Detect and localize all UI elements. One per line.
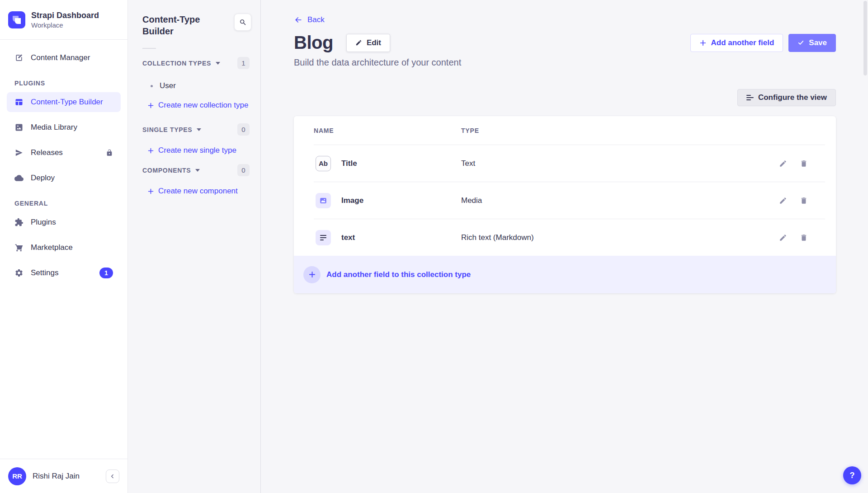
sidebar-item-deploy[interactable]: Deploy bbox=[7, 168, 121, 188]
table-row-title[interactable]: Ab Title Text bbox=[294, 145, 836, 182]
back-label: Back bbox=[307, 15, 325, 24]
collection-type-item-user[interactable]: User bbox=[128, 81, 260, 90]
trash-icon bbox=[800, 197, 808, 205]
sidebar-item-label: Plugins bbox=[31, 218, 56, 227]
richtext-field-icon bbox=[316, 230, 331, 245]
edit-button[interactable]: Edit bbox=[346, 34, 390, 52]
paper-plane-icon bbox=[14, 148, 24, 157]
configure-label: Configure the view bbox=[758, 93, 827, 102]
edit-field-button[interactable] bbox=[777, 195, 789, 207]
single-types-toggle[interactable]: SINGLE TYPES bbox=[142, 126, 201, 133]
feather-edit-icon bbox=[14, 53, 24, 62]
table-header: NAME TYPE bbox=[294, 116, 836, 145]
add-field-to-collection-button[interactable]: Add another field to this collection typ… bbox=[294, 256, 836, 293]
back-link[interactable]: Back bbox=[294, 15, 325, 24]
plus-icon bbox=[147, 188, 154, 195]
chevron-down-icon bbox=[197, 128, 201, 131]
components-count: 0 bbox=[237, 164, 250, 176]
user-avatar[interactable]: RR bbox=[8, 467, 26, 485]
add-another-field-button[interactable]: Add another field bbox=[690, 34, 783, 52]
plus-icon bbox=[147, 147, 154, 154]
collection-types-toggle[interactable]: COLLECTION TYPES bbox=[142, 60, 220, 67]
name-column-header: NAME bbox=[314, 127, 461, 134]
edit-field-button[interactable] bbox=[777, 232, 789, 244]
components-toggle[interactable]: COMPONENTS bbox=[142, 167, 200, 174]
sidebar-item-media-library[interactable]: Media Library bbox=[7, 117, 121, 137]
search-button[interactable] bbox=[234, 14, 251, 31]
sidebar-item-label: Media Library bbox=[31, 123, 77, 132]
sidebar-item-content-manager[interactable]: Content Manager bbox=[7, 48, 121, 68]
field-name: Image bbox=[341, 196, 363, 205]
chevron-down-icon bbox=[195, 169, 200, 172]
gear-icon bbox=[14, 268, 24, 277]
group-title-label: SINGLE TYPES bbox=[142, 126, 192, 133]
user-name: Rishi Raj Jain bbox=[33, 472, 99, 481]
chevron-left-icon bbox=[109, 473, 116, 479]
sidebar-nav: Content Manager PLUGINS Content-Type Bui… bbox=[0, 40, 127, 459]
fields-table: NAME TYPE Ab Title Text bbox=[294, 116, 836, 293]
edit-field-button[interactable] bbox=[777, 158, 789, 169]
plus-icon bbox=[147, 102, 154, 109]
page-title: Blog bbox=[294, 33, 333, 53]
pencil-icon bbox=[779, 234, 787, 242]
table-row-image[interactable]: Image Media bbox=[294, 182, 836, 219]
delete-field-button[interactable] bbox=[798, 158, 810, 169]
scrollbar-thumb[interactable] bbox=[863, 1, 867, 75]
pencil-icon bbox=[779, 197, 787, 205]
create-new-collection-type-link[interactable]: Create new collection type bbox=[128, 101, 260, 110]
plus-icon bbox=[699, 39, 707, 47]
add-field-footer-label: Add another field to this collection typ… bbox=[326, 270, 471, 279]
settings-notification-badge: 1 bbox=[99, 268, 113, 278]
group-title-label: COMPONENTS bbox=[142, 167, 191, 174]
collection-types-count: 1 bbox=[237, 57, 250, 69]
type-column-header: TYPE bbox=[461, 127, 479, 134]
subnav-divider bbox=[142, 48, 156, 49]
edit-label: Edit bbox=[367, 38, 381, 47]
section-title-plugins: PLUGINS bbox=[14, 80, 113, 87]
save-button[interactable]: Save bbox=[788, 34, 836, 52]
configure-view-button[interactable]: Configure the view bbox=[737, 89, 836, 106]
bullet-dot bbox=[151, 85, 153, 87]
check-icon bbox=[797, 39, 804, 46]
subnav-title: Content-Type Builder bbox=[142, 14, 215, 37]
table-row-text[interactable]: text Rich text (Markdown) bbox=[294, 219, 836, 256]
section-title-general: GENERAL bbox=[14, 200, 113, 207]
lock-icon bbox=[106, 149, 113, 156]
filter-lines-icon bbox=[746, 95, 754, 100]
workspace-subtitle: Workplace bbox=[31, 21, 99, 29]
field-name: Title bbox=[341, 159, 357, 168]
pencil-icon bbox=[779, 160, 787, 168]
field-name: text bbox=[341, 233, 355, 242]
strapi-logo-icon bbox=[8, 11, 25, 28]
sidebar-item-content-type-builder[interactable]: Content-Type Builder bbox=[7, 92, 121, 112]
cart-icon bbox=[14, 243, 24, 252]
save-label: Save bbox=[809, 38, 827, 47]
sidebar-item-label: Deploy bbox=[31, 174, 55, 183]
sidebar-item-label: Content-Type Builder bbox=[31, 98, 103, 107]
sidebar-item-plugins[interactable]: Plugins bbox=[7, 212, 121, 232]
cloud-icon bbox=[14, 174, 24, 183]
single-types-count: 0 bbox=[237, 123, 250, 136]
magnifier-icon bbox=[239, 19, 247, 26]
sidebar: Strapi Dashboard Workplace Content Manag… bbox=[0, 0, 128, 493]
delete-field-button[interactable] bbox=[798, 195, 810, 207]
group-title-label: COLLECTION TYPES bbox=[142, 60, 211, 67]
sidebar-item-label: Releases bbox=[31, 148, 63, 157]
collapse-sidebar-button[interactable] bbox=[106, 470, 119, 483]
chevron-down-icon bbox=[216, 62, 220, 65]
sidebar-item-settings[interactable]: Settings 1 bbox=[7, 263, 121, 283]
picture-icon bbox=[14, 123, 24, 132]
create-link-label: Create new single type bbox=[158, 146, 236, 155]
sidebar-item-marketplace[interactable]: Marketplace bbox=[7, 238, 121, 258]
create-link-label: Create new component bbox=[158, 187, 238, 196]
field-type: Media bbox=[461, 196, 777, 205]
help-button[interactable]: ? bbox=[843, 466, 861, 484]
sidebar-item-releases[interactable]: Releases bbox=[7, 143, 121, 163]
create-new-single-type-link[interactable]: Create new single type bbox=[128, 146, 260, 155]
create-new-component-link[interactable]: Create new component bbox=[128, 187, 260, 196]
layout-grid-icon bbox=[14, 98, 24, 107]
workspace-brand[interactable]: Strapi Dashboard Workplace bbox=[0, 0, 127, 40]
arrow-left-icon bbox=[294, 15, 303, 24]
workspace-title: Strapi Dashboard bbox=[31, 11, 99, 20]
delete-field-button[interactable] bbox=[798, 232, 810, 244]
